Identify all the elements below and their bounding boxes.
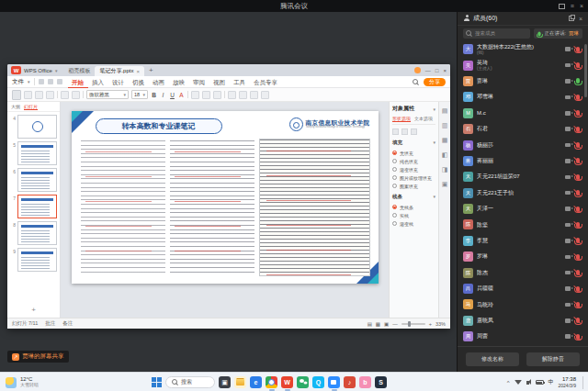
- start-button[interactable]: [152, 377, 162, 387]
- shapes-icon[interactable]: [228, 91, 236, 99]
- slideshow-icon[interactable]: ▣: [384, 321, 389, 327]
- effects-icon[interactable]: [401, 128, 408, 135]
- chevron-down-icon[interactable]: ▾: [433, 106, 435, 112]
- outline-icon[interactable]: [250, 91, 258, 99]
- bilibili-icon[interactable]: b: [359, 376, 371, 388]
- wps-logo[interactable]: W: [11, 66, 21, 74]
- slide-thumbnail-9[interactable]: 9: [9, 248, 57, 272]
- fill-option-3[interactable]: 图片或纹理填充: [392, 173, 435, 182]
- member-row-9[interactable]: 天天元221王子怡: [458, 185, 588, 201]
- member-row-12[interactable]: 李李慧: [458, 233, 588, 249]
- file-menu[interactable]: 文件: [12, 78, 24, 86]
- comment-tool-icon[interactable]: ◧: [442, 151, 448, 159]
- member-footer-button-1[interactable]: 解除静音: [526, 352, 580, 366]
- member-row-4[interactable]: MM.c: [458, 106, 588, 121]
- camera-off-icon[interactable]: [565, 318, 571, 323]
- slide-thumbnail-4[interactable]: 4: [9, 115, 57, 139]
- member-footer-button-0[interactable]: 修改名称: [466, 352, 519, 366]
- chevron-down-icon[interactable]: ▾: [433, 194, 435, 200]
- mic-muted-icon[interactable]: [576, 62, 580, 68]
- fill-option-1[interactable]: 纯色填充: [392, 157, 435, 165]
- mic-muted-icon[interactable]: [576, 334, 580, 340]
- member-row-16[interactable]: 马马晓玲: [458, 296, 588, 312]
- layout-icon[interactable]: [559, 4, 565, 9]
- close-icon[interactable]: ×: [580, 3, 583, 9]
- ribbon-tab-5[interactable]: 放映: [169, 76, 189, 88]
- camera-off-icon[interactable]: [565, 334, 571, 339]
- size-icon[interactable]: [411, 128, 417, 135]
- ribbon-tab-3[interactable]: 切换: [129, 76, 149, 88]
- camera-off-icon[interactable]: [565, 111, 571, 116]
- handwritten-notes-image[interactable]: [259, 139, 370, 276]
- bold-button[interactable]: B: [151, 92, 157, 98]
- member-row-13[interactable]: 罗罗琳: [458, 249, 588, 264]
- minimize-icon[interactable]: —: [425, 68, 431, 73]
- member-row-18[interactable]: 周周蕾: [458, 329, 588, 344]
- zoom-level[interactable]: 33%: [435, 321, 446, 327]
- save-icon[interactable]: [39, 79, 44, 84]
- line-option-1[interactable]: 实线: [392, 211, 435, 219]
- ribbon-tab-0[interactable]: 开始: [68, 76, 88, 88]
- ribbon-tab-9[interactable]: 会员专享: [250, 76, 282, 88]
- camera-off-icon[interactable]: [565, 207, 571, 211]
- fill-icon[interactable]: [239, 91, 247, 99]
- member-row-15[interactable]: 吕吕疆疆: [458, 281, 588, 296]
- close-icon[interactable]: ×: [443, 68, 447, 73]
- format-painter-icon[interactable]: [46, 91, 54, 99]
- camera-off-icon[interactable]: [565, 191, 571, 196]
- redo-icon[interactable]: [57, 79, 62, 84]
- mic-muted-icon[interactable]: [576, 174, 580, 180]
- camera-off-icon[interactable]: [565, 143, 571, 148]
- new-tab-button[interactable]: +: [149, 66, 153, 74]
- ribbon-tab-4[interactable]: 动画: [149, 76, 169, 88]
- properties-tab-0[interactable]: 形状选项: [392, 116, 411, 122]
- document-tab-0[interactable]: 稻壳模板: [63, 66, 95, 76]
- outline-tool-icon[interactable]: ▦: [442, 137, 448, 144]
- camera-off-icon[interactable]: [565, 79, 571, 84]
- mic-muted-icon[interactable]: [576, 254, 580, 260]
- help-tool-icon[interactable]: ▣: [442, 181, 448, 188]
- zoom-slider-thumb[interactable]: [408, 321, 411, 327]
- taskbar-search[interactable]: 搜索: [165, 376, 215, 388]
- camera-off-icon[interactable]: [565, 239, 571, 243]
- member-row-7[interactable]: 蒋蒋丽丽: [458, 153, 588, 169]
- zoom-out-button[interactable]: —: [392, 321, 398, 327]
- properties-tab-1[interactable]: 文本选项: [414, 116, 433, 122]
- member-row-1[interactable]: 吴吴琦(主持人): [458, 57, 588, 73]
- camera-off-icon[interactable]: [565, 271, 571, 275]
- qq-icon[interactable]: Q: [312, 376, 324, 388]
- input-language[interactable]: 中: [548, 378, 554, 386]
- line-option-0[interactable]: 无线条: [392, 203, 435, 211]
- tencent-meeting-icon[interactable]: [328, 376, 340, 388]
- camera-off-icon[interactable]: [565, 303, 571, 307]
- close-tab-icon[interactable]: ×: [136, 69, 140, 74]
- normal-view-icon[interactable]: ▤: [368, 321, 372, 327]
- wifi-icon[interactable]: [514, 380, 522, 385]
- animation-tool-icon[interactable]: ▥: [442, 122, 448, 129]
- notes-button[interactable]: 备注: [62, 320, 73, 327]
- zoom-in-button[interactable]: +: [429, 321, 432, 327]
- battery-icon[interactable]: [536, 380, 544, 385]
- handwritten-notes-image[interactable]: [170, 140, 254, 274]
- show-desktop-button[interactable]: [582, 376, 583, 389]
- undo-icon[interactable]: [48, 79, 53, 84]
- slide-title[interactable]: 转本高数和专业课笔记: [96, 118, 222, 134]
- camera-off-icon[interactable]: [565, 159, 571, 163]
- member-row-11[interactable]: 陈陈坚: [458, 217, 588, 232]
- maximize-icon[interactable]: □: [435, 68, 439, 73]
- mic-muted-icon[interactable]: [576, 127, 580, 132]
- font-name-select[interactable]: 微软雅黑▾: [86, 90, 129, 99]
- wechat-icon[interactable]: [297, 376, 309, 388]
- member-row-17[interactable]: 唐唐晓凤: [458, 313, 588, 329]
- ribbon-tab-7[interactable]: 视图: [209, 76, 230, 88]
- close-icon[interactable]: ×: [579, 16, 582, 22]
- chrome-icon[interactable]: [266, 376, 277, 388]
- ribbon-tab-8[interactable]: 工具: [230, 76, 250, 88]
- camera-off-icon[interactable]: [565, 223, 571, 228]
- add-slide-button[interactable]: +: [7, 304, 60, 318]
- line-option-2[interactable]: 渐变线: [392, 219, 435, 228]
- font-size-select[interactable]: 18▾: [131, 90, 148, 99]
- camera-off-icon[interactable]: [565, 63, 571, 68]
- mic-muted-icon[interactable]: [576, 318, 580, 323]
- wps-icon[interactable]: W: [281, 376, 293, 388]
